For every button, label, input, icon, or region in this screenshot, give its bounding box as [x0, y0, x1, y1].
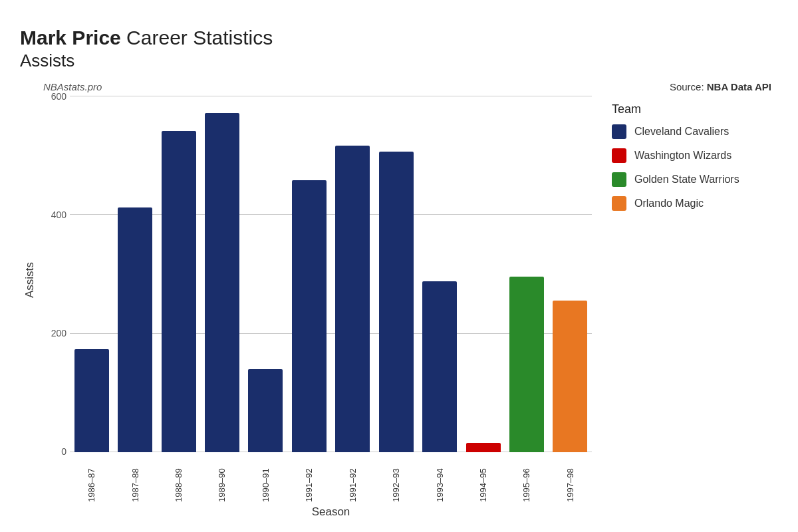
bar-group — [462, 96, 505, 452]
x-labels-row: 1986–871987–881988–891989–901990–911991–… — [37, 456, 592, 502]
y-axis-label: Assists — [20, 81, 37, 479]
x-label: 1992–93 — [391, 456, 401, 502]
x-axis-title: Season — [37, 505, 592, 519]
legend-title: Team — [612, 102, 778, 116]
chart-inner: NBAstats.pro Source: NBA Data API 600 40… — [37, 81, 778, 519]
bar — [379, 152, 414, 452]
grid-line-label: 600 — [40, 91, 66, 102]
bar-group — [287, 96, 331, 452]
x-label-group: 1991–92 — [331, 456, 374, 502]
x-label-group: 1993–94 — [418, 456, 461, 502]
x-label-group: 1992–93 — [374, 456, 418, 502]
bars-container — [70, 96, 592, 452]
x-label: 1989–90 — [217, 456, 227, 502]
bar-group — [374, 96, 418, 452]
x-label-group: 1988–89 — [157, 456, 200, 502]
grid-line-label: 400 — [40, 209, 66, 220]
title-block: Mark Price Career Statistics Assists — [20, 27, 778, 78]
bar — [509, 277, 544, 452]
bar — [248, 369, 283, 452]
legend: Team Cleveland Cavaliers Washington Wiza… — [592, 96, 778, 519]
bar — [162, 131, 196, 452]
legend-item-label: Orlando Magic — [634, 198, 704, 209]
x-label-group: 1986–87 — [70, 456, 113, 502]
x-label-group: 1991–92 — [287, 456, 331, 502]
legend-color-swatch — [612, 124, 626, 139]
legend-item: Cleveland Cavaliers — [612, 124, 778, 139]
source-prefix: Source: — [670, 81, 707, 92]
bar — [205, 113, 239, 452]
bar — [422, 281, 457, 452]
legend-item-label: Golden State Warriors — [634, 174, 739, 186]
bar-group — [70, 96, 113, 452]
bar — [118, 207, 152, 452]
source-text: Source: NBA Data API — [670, 81, 771, 92]
x-label: 1993–94 — [435, 456, 445, 502]
grid-line-label: 200 — [40, 328, 66, 338]
x-label: 1986–87 — [86, 456, 96, 502]
graph-body: 600 400 200 0 — [37, 96, 592, 452]
x-label-group: 1997–98 — [549, 456, 592, 502]
x-label: 1997–98 — [565, 456, 575, 502]
legend-item: Golden State Warriors — [612, 172, 778, 187]
x-label-group: 1994–95 — [462, 456, 505, 502]
source-bold: NBA Data API — [707, 81, 771, 92]
x-label-group: 1995–96 — [505, 456, 548, 502]
legend-item: Orlando Magic — [612, 196, 778, 211]
main-title: Mark Price Career Statistics — [20, 27, 778, 49]
bar-group — [505, 96, 548, 452]
x-label-group: 1987–88 — [113, 456, 156, 502]
title-normal: Career Statistics — [121, 27, 273, 49]
x-label: 1991–92 — [348, 456, 358, 502]
bar-group — [200, 96, 243, 452]
legend-item-label: Cleveland Cavaliers — [634, 126, 729, 138]
graph-container: 600 400 200 0 1986–871987–881988–891989–… — [37, 96, 592, 519]
title-bold: Mark Price — [20, 27, 121, 49]
bar — [74, 349, 109, 452]
x-label: 1988–89 — [174, 456, 184, 502]
x-label: 1994–95 — [478, 456, 488, 502]
legend-color-swatch — [612, 196, 626, 211]
x-label: 1987–88 — [130, 456, 140, 502]
grid-line-label: 0 — [40, 446, 66, 457]
subtitle: Assists — [20, 51, 778, 71]
watermark-source-row: NBAstats.pro Source: NBA Data API — [37, 81, 778, 92]
x-label: 1995–96 — [521, 456, 531, 502]
bar — [466, 443, 501, 452]
bar-group — [549, 96, 592, 452]
bar — [292, 180, 327, 452]
bar-group — [113, 96, 156, 452]
legend-item: Washington Wizards — [612, 148, 778, 163]
legend-color-swatch — [612, 172, 626, 187]
chart-area: Assists NBAstats.pro Source: NBA Data AP… — [20, 81, 778, 519]
x-label-group: 1989–90 — [200, 456, 243, 502]
legend-color-swatch — [612, 148, 626, 163]
bar-group — [244, 96, 287, 452]
bar-group — [418, 96, 461, 452]
bar — [335, 146, 370, 452]
legend-item-label: Washington Wizards — [634, 150, 732, 162]
bar — [553, 301, 587, 452]
graph-and-legend: 600 400 200 0 1986–871987–881988–891989–… — [37, 96, 778, 519]
bar-group — [157, 96, 200, 452]
x-label: 1990–91 — [261, 456, 271, 502]
bar-group — [331, 96, 374, 452]
x-label-group: 1990–91 — [244, 456, 287, 502]
x-label: 1991–92 — [304, 456, 314, 502]
